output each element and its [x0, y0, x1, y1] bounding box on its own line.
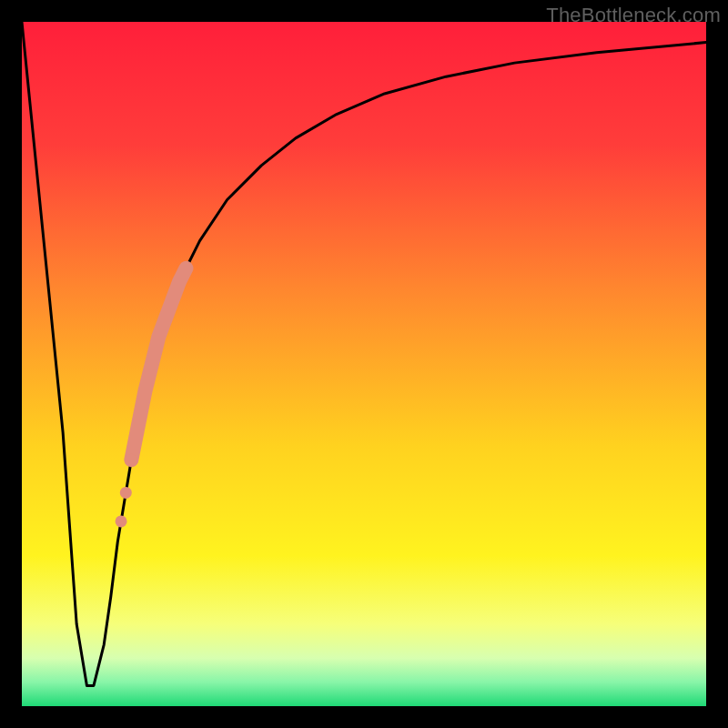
watermark-text: TheBottleneck.com — [546, 4, 721, 27]
highlight-dot — [120, 487, 132, 499]
bottleneck-chart — [22, 22, 706, 706]
highlight-dot — [116, 515, 127, 527]
plot-area — [22, 22, 706, 706]
gradient-background — [22, 22, 706, 706]
chart-frame: TheBottleneck.com — [0, 0, 728, 728]
highlight-dot — [126, 454, 137, 466]
